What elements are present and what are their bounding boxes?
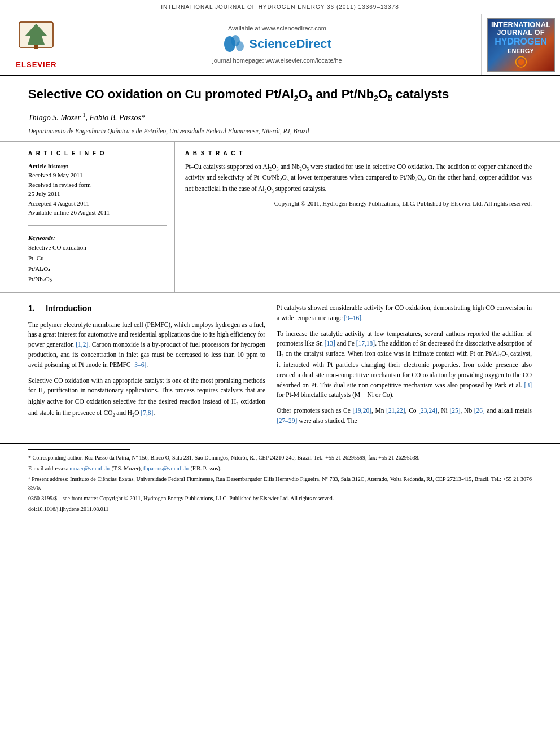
- svg-point-6: [236, 41, 244, 51]
- journal-cover-image: INTERNATIONALJOURNAL OF HYDROGEN ENERGY: [487, 18, 555, 72]
- article-title: Selective CO oxidation on Cu promoted Pt…: [28, 86, 532, 104]
- ref-13: [13]: [325, 340, 335, 347]
- section1-para5: Other promoters such as Ce [19,20], Mn […: [277, 406, 532, 426]
- article-info-heading: A R T I C L E I N F O: [28, 150, 167, 158]
- keywords-section: Keywords: Selective CO oxidation Pt–Cu P…: [28, 234, 167, 285]
- ref-17-18: [17,18]: [356, 340, 375, 347]
- ref-26: [26]: [474, 407, 485, 414]
- accepted-date: Accepted 4 August 2011: [28, 199, 167, 208]
- journal-header: ELSEVIER Available at www.sciencedirect.…: [0, 14, 560, 76]
- info-divider: [28, 225, 167, 226]
- elsevier-label: ELSEVIER: [16, 60, 56, 70]
- online-date: Available online 26 August 2011: [28, 208, 167, 217]
- svg-point-8: [518, 59, 524, 65]
- email-fbpassos[interactable]: fbpassos@vm.uff.br: [143, 465, 189, 471]
- ref-9-16: [9–16]: [344, 314, 361, 321]
- section1-para4: To increase the catalytic activity at lo…: [277, 329, 532, 401]
- ref-23-24: [23,24]: [418, 407, 438, 414]
- present-address-note: 1 Present address: Instituto de Ciências…: [28, 475, 532, 492]
- doi-note: doi:10.1016/j.ijhydene.2011.08.011: [28, 505, 532, 513]
- ref-3-park: [3]: [524, 382, 532, 388]
- ref-3-6: [3–6]: [132, 361, 146, 368]
- svg-rect-2: [34, 45, 38, 49]
- email-mozer[interactable]: mozer@vm.uff.br: [69, 465, 110, 471]
- revised-date: 25 July 2011: [28, 189, 167, 199]
- article-info-column: A R T I C L E I N F O Article history: R…: [28, 142, 175, 292]
- keyword-3: Pt/Al₂O₃: [28, 264, 167, 274]
- footer-divider: [28, 449, 130, 450]
- journal-cover-hydrogen: HYDROGEN: [495, 37, 546, 47]
- abstract-section: A B S T R A C T Pt–Cu catalysts supporte…: [175, 142, 532, 292]
- corresponding-author-note: * Corresponding author. Rua Passo da Pat…: [28, 453, 532, 462]
- article-history: Article history: Received 9 May 2011 Rec…: [28, 162, 167, 217]
- main-content: 1. Introduction The polymer electrolyte …: [0, 303, 560, 432]
- section1-para1: The polymer electrolyte membrane fuel ce…: [28, 320, 265, 370]
- section1-para2: Selective CO oxidation with an appropria…: [28, 376, 265, 420]
- banner-text: INTERNATIONAL JOURNAL OF HYDROGEN ENERGY…: [161, 4, 399, 10]
- footer-section: * Corresponding author. Rua Passo da Pat…: [0, 443, 560, 521]
- keyword-1: Selective CO oxidation: [28, 242, 167, 253]
- right-column: Pt catalysts showed considerable activit…: [277, 303, 532, 432]
- journal-cover-title1: INTERNATIONALJOURNAL OF: [491, 21, 550, 37]
- ref-19-20: [19,20]: [352, 407, 371, 414]
- page: INTERNATIONAL JOURNAL OF HYDROGEN ENERGY…: [0, 0, 560, 747]
- rights-note: 0360-3199/$ – see front matter Copyright…: [28, 494, 532, 503]
- section1-number: 1.: [28, 304, 35, 313]
- ref-25: [25]: [449, 407, 460, 414]
- section1-para3: Pt catalysts showed considerable activit…: [277, 303, 532, 324]
- elsevier-logo: ELSEVIER: [16, 19, 56, 70]
- abstract-copyright: Copyright © 2011, Hydrogen Energy Public…: [185, 199, 532, 208]
- left-column: 1. Introduction The polymer electrolyte …: [28, 303, 265, 432]
- journal-banner: INTERNATIONAL JOURNAL OF HYDROGEN ENERGY…: [0, 0, 560, 14]
- sciencedirect-logo-group: ScienceDirect: [223, 35, 331, 53]
- section1-heading: Introduction: [46, 304, 92, 313]
- affiliation: Departamento de Engenharia Química e de …: [28, 126, 532, 136]
- ref-7-8: [7,8]: [141, 409, 153, 416]
- ref-1-2: [1,2]: [76, 341, 88, 348]
- article-title-section: Selective CO oxidation on Cu promoted Pt…: [0, 76, 560, 142]
- journal-cover-decoration: [510, 55, 532, 68]
- email-note: E-mail addresses: mozer@vm.uff.br (T.S. …: [28, 464, 532, 473]
- keyword-4: Pt/Nb₂O₅: [28, 274, 167, 285]
- keywords-label: Keywords:: [28, 234, 167, 242]
- revised-label: Received in revised form: [28, 180, 167, 190]
- available-at-text: Available at www.sciencedirect.com: [228, 24, 326, 33]
- received-date: Received 9 May 2011: [28, 171, 167, 180]
- ref-21-22: [21,22]: [386, 407, 405, 414]
- sciencedirect-label: ScienceDirect: [249, 36, 331, 53]
- section1-title: 1. Introduction: [28, 303, 265, 314]
- journal-cover-energy: ENERGY: [508, 47, 533, 55]
- elsevier-logo-section: ELSEVIER: [0, 14, 73, 75]
- ref-27-29: [27–29]: [277, 417, 297, 424]
- keyword-2: Pt–Cu: [28, 253, 167, 264]
- abstract-heading: A B S T R A C T: [185, 150, 532, 158]
- authors: Thiago S. Mozer 1, Fabio B. Passos*: [28, 112, 532, 124]
- journal-homepage-text: journal homepage: www.elsevier.com/locat…: [212, 56, 342, 65]
- sciencedirect-icon: [223, 35, 247, 53]
- abstract-text: Pt–Cu catalysts supported on Al2O3 and N…: [185, 162, 532, 195]
- journal-center-header: Available at www.sciencedirect.com Scien…: [73, 14, 481, 75]
- info-abstract-section: A R T I C L E I N F O Article history: R…: [0, 142, 560, 293]
- elsevier-tree-icon: [16, 19, 56, 56]
- journal-cover-section: INTERNATIONALJOURNAL OF HYDROGEN ENERGY: [481, 14, 560, 75]
- history-label: Article history:: [28, 162, 167, 171]
